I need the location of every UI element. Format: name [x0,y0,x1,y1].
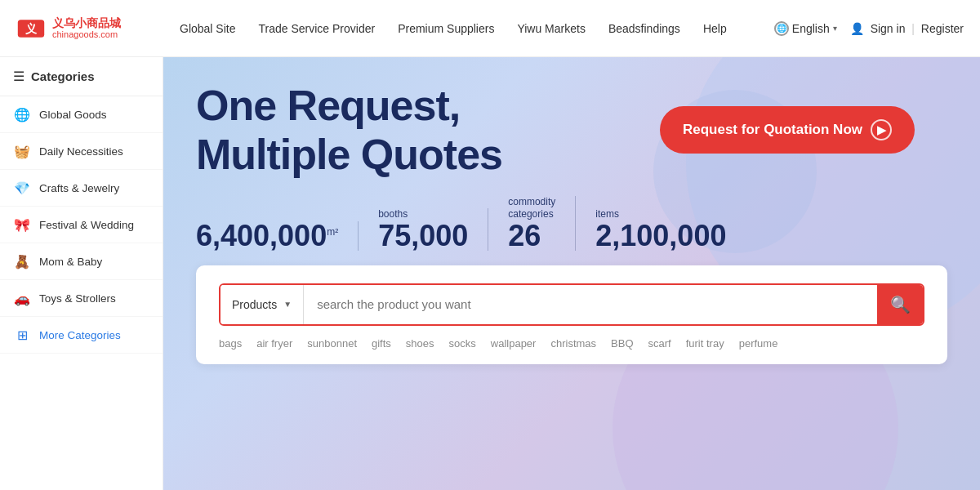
stat-items-value: 2,100,000 [595,221,726,251]
nav-yiwu-markets[interactable]: Yiwu Markets [517,22,586,35]
cta-label: Request for Quotation Now [683,122,862,138]
sidebar-item-label-festival: Festival & Wedding [39,219,134,231]
dropdown-label: Products [232,298,277,311]
festival-wedding-icon: 🎀 [13,216,31,234]
search-tag-socks[interactable]: socks [449,337,476,350]
search-tags: bags air fryer sunbonnet gifts shoes soc… [219,337,924,350]
search-tag-fruittray[interactable]: furit tray [686,337,724,350]
search-panel: Products ▼ 🔍 bags air fryer sunbonnet gi… [196,265,947,364]
daily-necessities-icon: 🧺 [13,142,31,160]
search-tag-sunbonnet[interactable]: sunbonnet [307,337,357,350]
main-nav: Global Site Trade Service Provider Premi… [180,22,774,35]
lang-chevron-icon: ▾ [833,24,837,33]
sidebar-item-crafts-jewelry[interactable]: 💎 Crafts & Jewelry [0,170,163,207]
stat-items: items 2,100,000 [595,208,746,251]
stat-booths: booths 75,000 [378,208,488,251]
stat-categories-value: 26 [508,221,541,251]
logo-chinese: 义乌小商品城 [52,16,121,30]
search-tag-wallpaper[interactable]: wallpaper [491,337,537,350]
sidebar-item-label-mom: Mom & Baby [39,256,102,268]
stat-categories-label: commoditycategories [508,196,555,221]
user-icon: 👤 [850,22,864,35]
sidebar-item-label-crafts: Crafts & Jewelry [39,182,119,194]
sidebar-header: ☰ Categories [0,57,163,96]
toys-strollers-icon: 🚗 [13,289,31,307]
search-bar: Products ▼ 🔍 [219,283,924,326]
nav-help[interactable]: Help [703,22,727,35]
sidebar-item-label-global: Global Goods [39,109,107,121]
categories-menu-icon: ☰ [13,69,24,84]
search-tag-bags[interactable]: bags [219,337,242,350]
logo-icon: 义 [16,14,46,43]
search-tag-airfryer[interactable]: air fryer [256,337,292,350]
nav-trade-service[interactable]: Trade Service Provider [258,22,375,35]
more-categories-icon: ⊞ [13,326,31,344]
search-tag-bbq[interactable]: BBQ [611,337,633,350]
sidebar-item-label-daily: Daily Necessities [39,145,123,158]
logo-text: 义乌小商品城 chinagoods.com [52,16,121,41]
search-tag-scarf[interactable]: scarf [648,337,671,350]
sidebar-item-toys-strollers[interactable]: 🚗 Toys & Strollers [0,280,163,317]
stats-row: 6,400,000m² booths 75,000 commoditycateg… [196,196,947,251]
mom-baby-icon: 🧸 [13,252,31,270]
cta-arrow-icon: ▶ [871,119,892,140]
sidebar-item-daily-necessities[interactable]: 🧺 Daily Necessities [0,133,163,170]
quotation-cta-button[interactable]: Request for Quotation Now ▶ [660,106,915,154]
register-link[interactable]: Register [921,22,964,35]
search-dropdown[interactable]: Products ▼ [220,285,304,324]
hero-content: One Request, Multiple Quotes Request for… [196,82,947,364]
auth-separator: | [911,22,915,35]
svg-text:义: 义 [25,22,38,35]
global-goods-icon: 🌐 [13,105,31,123]
language-icon: 🌐 [774,21,789,36]
stat-area: 6,400,000m² [196,221,359,251]
stat-area-value: 6,400,000m² [196,221,338,251]
crafts-jewelry-icon: 💎 [13,179,31,197]
search-tag-perfume[interactable]: perfume [739,337,778,350]
dropdown-arrow-icon: ▼ [283,300,292,309]
logo-domain: chinagoods.com [52,29,121,40]
sidebar-item-festival-wedding[interactable]: 🎀 Festival & Wedding [0,207,163,243]
header-right: 🌐 English ▾ 👤 Sign in | Register [774,21,964,36]
search-button[interactable]: 🔍 [877,285,923,324]
more-categories-label: More Categories [39,329,121,341]
language-selector[interactable]: 🌐 English ▾ [774,21,837,36]
header: 义 义乌小商品城 chinagoods.com Global Site Trad… [0,0,980,57]
sidebar: ☰ Categories 🌐 Global Goods 🧺 Daily Nece… [0,57,163,490]
sidebar-more-categories[interactable]: ⊞ More Categories [0,317,163,354]
stat-area-unit: m² [327,226,338,238]
search-tag-gifts[interactable]: gifts [372,337,391,350]
nav-premium-suppliers[interactable]: Premium Suppliers [398,22,494,35]
stat-booths-value: 75,000 [378,221,468,251]
sidebar-item-label-toys: Toys & Strollers [39,292,116,305]
logo-area[interactable]: 义 义乌小商品城 chinagoods.com [16,14,147,43]
main-layout: ☰ Categories 🌐 Global Goods 🧺 Daily Nece… [0,57,980,490]
search-tag-christmas[interactable]: christmas [550,337,596,350]
search-input[interactable] [304,285,877,324]
hero-area: One Request, Multiple Quotes Request for… [163,57,980,490]
auth-links: 👤 Sign in | Register [850,22,964,35]
sidebar-item-global-goods[interactable]: 🌐 Global Goods [0,96,163,133]
stat-categories: commoditycategories 26 [508,196,576,251]
sidebar-title: Categories [31,69,95,83]
search-tag-shoes[interactable]: shoes [406,337,434,350]
search-icon: 🔍 [890,295,911,314]
sidebar-item-mom-baby[interactable]: 🧸 Mom & Baby [0,243,163,280]
nav-global-site[interactable]: Global Site [180,22,235,35]
nav-beadsfindings[interactable]: Beadsfindings [608,22,680,35]
sign-in-link[interactable]: Sign in [871,22,906,35]
language-label: English [792,22,830,35]
